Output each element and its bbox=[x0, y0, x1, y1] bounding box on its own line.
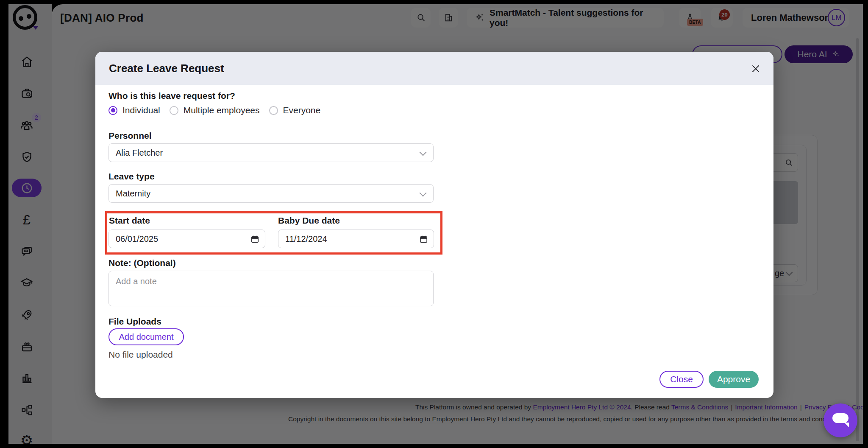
personnel-label: Personnel bbox=[108, 131, 152, 141]
app-window: [DAN] AIO Prod SmartMatch - Talent sugge… bbox=[0, 0, 868, 448]
modal-title: Create Leave Request bbox=[109, 62, 224, 75]
leave-type-label: Leave type bbox=[108, 171, 155, 182]
radio-multiple-employees[interactable]: Multiple employees bbox=[170, 105, 260, 115]
frame-border bbox=[0, 444, 868, 448]
leave-type-value: Maternity bbox=[116, 189, 150, 199]
chevron-down-icon bbox=[420, 149, 427, 156]
radio-individual[interactable]: Individual bbox=[108, 105, 160, 115]
frame-border bbox=[863, 0, 868, 448]
frame-border bbox=[0, 0, 8, 448]
who-radio-group: Individual Multiple employees Everyone bbox=[108, 105, 320, 115]
personnel-select[interactable]: Alia Fletcher bbox=[108, 143, 434, 162]
chat-widget-button[interactable] bbox=[823, 403, 857, 437]
leave-type-select[interactable]: Maternity bbox=[108, 184, 434, 203]
no-file-text: No file uploaded bbox=[108, 350, 173, 360]
radio-label: Individual bbox=[122, 105, 160, 115]
chevron-down-icon bbox=[420, 190, 427, 197]
chat-bubble-tail bbox=[844, 423, 849, 427]
approve-button[interactable]: Approve bbox=[709, 371, 759, 388]
close-button[interactable]: Close bbox=[659, 371, 704, 388]
radio-icon bbox=[108, 106, 117, 115]
who-question-label: Who is this leave request for? bbox=[108, 91, 235, 101]
add-document-button[interactable]: Add document bbox=[108, 328, 184, 345]
annotation-red-box bbox=[105, 211, 442, 255]
radio-icon bbox=[269, 106, 278, 115]
chat-bubble-icon bbox=[832, 413, 849, 423]
file-uploads-label: File Uploads bbox=[108, 316, 161, 327]
note-label: Note: (Optional) bbox=[108, 258, 176, 268]
personnel-value: Alia Fletcher bbox=[116, 148, 163, 158]
radio-everyone[interactable]: Everyone bbox=[269, 105, 321, 115]
close-icon[interactable] bbox=[748, 61, 763, 76]
radio-label: Multiple employees bbox=[184, 105, 260, 115]
note-textarea[interactable] bbox=[108, 271, 434, 306]
frame-border bbox=[0, 0, 868, 4]
radio-label: Everyone bbox=[283, 105, 321, 115]
radio-icon bbox=[170, 106, 178, 115]
